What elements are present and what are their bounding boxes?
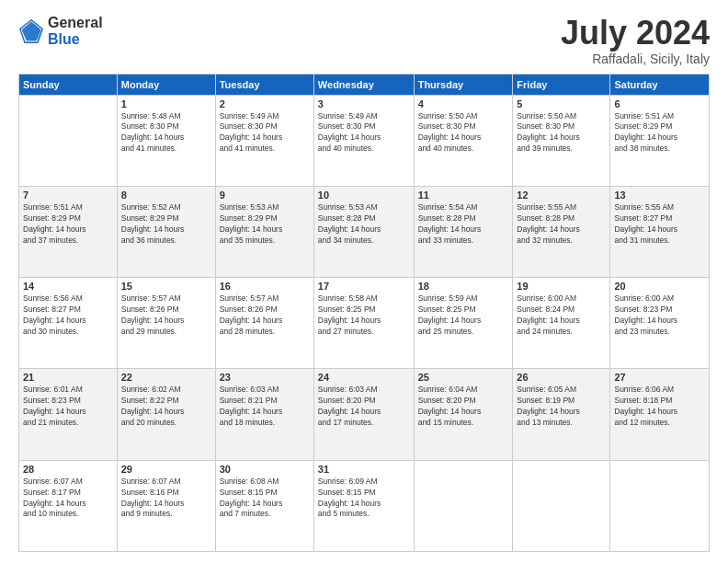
day-info: Sunrise: 6:06 AM Sunset: 8:18 PM Dayligh… bbox=[614, 385, 705, 429]
day-info: Sunrise: 5:54 AM Sunset: 8:28 PM Dayligh… bbox=[418, 202, 509, 247]
day-number: 18 bbox=[418, 281, 509, 292]
day-number: 17 bbox=[318, 281, 410, 292]
table-row bbox=[19, 95, 118, 186]
table-row: 7Sunrise: 5:51 AM Sunset: 8:29 PM Daylig… bbox=[19, 186, 118, 277]
day-number: 24 bbox=[318, 372, 410, 383]
day-number: 30 bbox=[220, 464, 310, 475]
table-row: 5Sunrise: 5:50 AM Sunset: 8:30 PM Daylig… bbox=[513, 95, 610, 186]
day-number: 9 bbox=[220, 190, 310, 201]
table-row bbox=[414, 460, 513, 551]
day-number: 15 bbox=[121, 281, 211, 292]
day-info: Sunrise: 6:05 AM Sunset: 8:19 PM Dayligh… bbox=[517, 385, 606, 429]
col-tuesday: Tuesday bbox=[215, 74, 313, 95]
day-info: Sunrise: 5:50 AM Sunset: 8:30 PM Dayligh… bbox=[418, 111, 509, 155]
day-info: Sunrise: 5:52 AM Sunset: 8:29 PM Dayligh… bbox=[121, 202, 211, 247]
day-info: Sunrise: 5:55 AM Sunset: 8:27 PM Dayligh… bbox=[614, 202, 705, 247]
day-info: Sunrise: 6:07 AM Sunset: 8:17 PM Dayligh… bbox=[23, 477, 113, 521]
table-row: 19Sunrise: 6:00 AM Sunset: 8:24 PM Dayli… bbox=[513, 278, 610, 369]
day-number: 22 bbox=[121, 372, 211, 383]
day-info: Sunrise: 5:58 AM Sunset: 8:25 PM Dayligh… bbox=[318, 293, 410, 338]
table-row bbox=[610, 460, 710, 551]
calendar-week-5: 28Sunrise: 6:07 AM Sunset: 8:17 PM Dayli… bbox=[19, 460, 710, 551]
col-sunday: Sunday bbox=[19, 74, 118, 95]
table-row: 14Sunrise: 5:56 AM Sunset: 8:27 PM Dayli… bbox=[19, 278, 118, 369]
table-row: 1Sunrise: 5:48 AM Sunset: 8:30 PM Daylig… bbox=[117, 95, 215, 186]
day-info: Sunrise: 5:49 AM Sunset: 8:30 PM Dayligh… bbox=[318, 111, 410, 155]
day-info: Sunrise: 5:49 AM Sunset: 8:30 PM Dayligh… bbox=[220, 111, 310, 155]
day-number: 21 bbox=[23, 372, 113, 383]
table-row: 20Sunrise: 6:00 AM Sunset: 8:23 PM Dayli… bbox=[610, 278, 710, 369]
day-number: 8 bbox=[121, 190, 211, 201]
day-number: 6 bbox=[614, 98, 705, 109]
header-row: Sunday Monday Tuesday Wednesday Thursday… bbox=[19, 74, 710, 95]
table-row: 3Sunrise: 5:49 AM Sunset: 8:30 PM Daylig… bbox=[313, 95, 414, 186]
day-info: Sunrise: 5:53 AM Sunset: 8:29 PM Dayligh… bbox=[220, 202, 310, 247]
col-saturday: Saturday bbox=[610, 74, 710, 95]
col-monday: Monday bbox=[117, 74, 215, 95]
day-info: Sunrise: 6:07 AM Sunset: 8:16 PM Dayligh… bbox=[121, 477, 211, 521]
table-row: 22Sunrise: 6:02 AM Sunset: 8:22 PM Dayli… bbox=[117, 369, 215, 460]
day-number: 25 bbox=[418, 372, 509, 383]
table-row: 29Sunrise: 6:07 AM Sunset: 8:16 PM Dayli… bbox=[117, 460, 215, 551]
table-row: 12Sunrise: 5:55 AM Sunset: 8:28 PM Dayli… bbox=[513, 186, 610, 277]
day-number: 13 bbox=[614, 190, 705, 201]
day-info: Sunrise: 5:57 AM Sunset: 8:26 PM Dayligh… bbox=[220, 293, 310, 338]
col-wednesday: Wednesday bbox=[313, 74, 414, 95]
table-row: 31Sunrise: 6:09 AM Sunset: 8:15 PM Dayli… bbox=[313, 460, 414, 551]
day-info: Sunrise: 6:00 AM Sunset: 8:24 PM Dayligh… bbox=[517, 293, 606, 338]
day-number: 12 bbox=[517, 190, 606, 201]
table-row: 26Sunrise: 6:05 AM Sunset: 8:19 PM Dayli… bbox=[513, 369, 610, 460]
table-row: 11Sunrise: 5:54 AM Sunset: 8:28 PM Dayli… bbox=[414, 186, 513, 277]
day-info: Sunrise: 5:56 AM Sunset: 8:27 PM Dayligh… bbox=[23, 293, 113, 338]
title-area: July 2024 Raffadali, Sicily, Italy bbox=[561, 15, 710, 66]
calendar-week-4: 21Sunrise: 6:01 AM Sunset: 8:23 PM Dayli… bbox=[19, 369, 710, 460]
day-info: Sunrise: 6:09 AM Sunset: 8:15 PM Dayligh… bbox=[318, 477, 410, 521]
table-row: 9Sunrise: 5:53 AM Sunset: 8:29 PM Daylig… bbox=[215, 186, 313, 277]
day-info: Sunrise: 6:08 AM Sunset: 8:15 PM Dayligh… bbox=[220, 477, 310, 521]
table-row: 18Sunrise: 5:59 AM Sunset: 8:25 PM Dayli… bbox=[414, 278, 513, 369]
logo: General Blue bbox=[18, 15, 103, 47]
logo-general-text: General bbox=[48, 15, 103, 31]
calendar-week-3: 14Sunrise: 5:56 AM Sunset: 8:27 PM Dayli… bbox=[19, 278, 710, 369]
day-info: Sunrise: 5:57 AM Sunset: 8:26 PM Dayligh… bbox=[121, 293, 211, 338]
calendar-week-1: 1Sunrise: 5:48 AM Sunset: 8:30 PM Daylig… bbox=[19, 95, 710, 186]
table-row: 6Sunrise: 5:51 AM Sunset: 8:29 PM Daylig… bbox=[610, 95, 710, 186]
day-number: 20 bbox=[614, 281, 705, 292]
logo-text: General Blue bbox=[48, 15, 103, 47]
calendar-week-2: 7Sunrise: 5:51 AM Sunset: 8:29 PM Daylig… bbox=[19, 186, 710, 277]
day-info: Sunrise: 5:55 AM Sunset: 8:28 PM Dayligh… bbox=[517, 202, 606, 247]
table-row: 17Sunrise: 5:58 AM Sunset: 8:25 PM Dayli… bbox=[313, 278, 414, 369]
col-friday: Friday bbox=[513, 74, 610, 95]
day-number: 19 bbox=[517, 281, 606, 292]
day-info: Sunrise: 6:04 AM Sunset: 8:20 PM Dayligh… bbox=[418, 385, 509, 429]
day-number: 26 bbox=[517, 372, 606, 383]
day-number: 31 bbox=[318, 464, 410, 475]
table-row: 15Sunrise: 5:57 AM Sunset: 8:26 PM Dayli… bbox=[117, 278, 215, 369]
table-row: 13Sunrise: 5:55 AM Sunset: 8:27 PM Dayli… bbox=[610, 186, 710, 277]
table-row: 27Sunrise: 6:06 AM Sunset: 8:18 PM Dayli… bbox=[610, 369, 710, 460]
day-number: 1 bbox=[121, 98, 211, 109]
month-title: July 2024 bbox=[561, 15, 710, 52]
day-number: 3 bbox=[318, 98, 410, 109]
day-number: 16 bbox=[220, 281, 310, 292]
header: General Blue July 2024 Raffadali, Sicily… bbox=[18, 15, 710, 66]
day-info: Sunrise: 5:50 AM Sunset: 8:30 PM Dayligh… bbox=[517, 111, 606, 155]
table-row: 24Sunrise: 6:03 AM Sunset: 8:20 PM Dayli… bbox=[313, 369, 414, 460]
day-info: Sunrise: 5:59 AM Sunset: 8:25 PM Dayligh… bbox=[418, 293, 509, 338]
day-number: 7 bbox=[23, 190, 113, 201]
table-row: 4Sunrise: 5:50 AM Sunset: 8:30 PM Daylig… bbox=[414, 95, 513, 186]
day-info: Sunrise: 6:01 AM Sunset: 8:23 PM Dayligh… bbox=[23, 385, 113, 429]
day-number: 2 bbox=[220, 98, 310, 109]
day-info: Sunrise: 5:48 AM Sunset: 8:30 PM Dayligh… bbox=[121, 111, 211, 155]
day-number: 27 bbox=[614, 372, 705, 383]
table-row: 21Sunrise: 6:01 AM Sunset: 8:23 PM Dayli… bbox=[19, 369, 118, 460]
location-subtitle: Raffadali, Sicily, Italy bbox=[561, 52, 710, 66]
table-row: 30Sunrise: 6:08 AM Sunset: 8:15 PM Dayli… bbox=[215, 460, 313, 551]
day-number: 29 bbox=[121, 464, 211, 475]
day-number: 11 bbox=[418, 190, 509, 201]
day-number: 5 bbox=[517, 98, 606, 109]
calendar-table: Sunday Monday Tuesday Wednesday Thursday… bbox=[18, 74, 710, 552]
table-row bbox=[513, 460, 610, 551]
day-number: 23 bbox=[220, 372, 310, 383]
table-row: 16Sunrise: 5:57 AM Sunset: 8:26 PM Dayli… bbox=[215, 278, 313, 369]
